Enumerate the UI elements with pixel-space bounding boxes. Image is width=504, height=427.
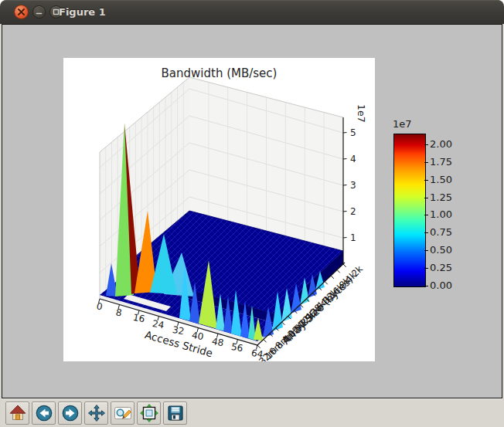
minimize-button[interactable]: [32, 5, 46, 19]
minimize-icon: [36, 8, 43, 15]
colorbar-tick-label: 1.00: [430, 208, 452, 221]
x-tick-label: 40: [191, 330, 204, 342]
colorbar-tick-label: 0.00: [430, 280, 452, 292]
zoom-button[interactable]: [111, 402, 135, 425]
close-button[interactable]: [14, 5, 29, 19]
z-tick-label: 4: [350, 154, 356, 164]
home-icon: [9, 404, 27, 422]
colorbar-tick-label: 1.50: [430, 174, 452, 186]
z-scale-label: 1e7: [356, 104, 367, 123]
close-icon: [18, 8, 25, 15]
x-tick-label: 56: [230, 341, 243, 354]
colorbar-tick-label: 0.25: [430, 262, 452, 274]
subplots-button[interactable]: [137, 402, 161, 425]
navigation-toolbar: [2, 398, 502, 427]
forward-button[interactable]: [58, 402, 82, 425]
colorbar-tick-label: 1.25: [430, 191, 452, 204]
x-tick-label: 0: [96, 301, 104, 313]
colorbar-tick-label: 2.00: [430, 138, 452, 151]
pan-button[interactable]: [84, 402, 108, 425]
back-button[interactable]: [32, 402, 56, 425]
x-tick-label: 16: [132, 312, 145, 324]
surface-plot-3d[interactable]: 0 8 16 24 32 40 48 56 64 32m 16m 8m 4m 2…: [63, 58, 375, 361]
window-body: Bandwidth (MB/sec): [0, 24, 504, 427]
z-tick-label: 1: [350, 232, 356, 243]
colorbar-scale-label: 1e7: [393, 118, 412, 130]
window-controls: [14, 0, 63, 24]
home-button[interactable]: [5, 402, 29, 425]
save-button[interactable]: [163, 402, 187, 425]
arrow-right-icon: [61, 404, 80, 422]
window-titlebar[interactable]: Figure 1: [0, 0, 504, 25]
figure-canvas: Bandwidth (MB/sec): [2, 24, 502, 398]
magnifier-pencil-icon: [114, 404, 132, 422]
colorbar: [393, 134, 426, 287]
window-title: Figure 1: [59, 0, 106, 24]
figure-window: Figure 1 Bandwidth (MB/sec): [0, 0, 504, 427]
move-arrows-icon: [87, 404, 106, 422]
floppy-disk-icon: [166, 404, 185, 422]
colorbar-tick-label: 0.75: [430, 226, 452, 239]
arrow-left-icon: [35, 404, 53, 422]
z-tick-label: 3: [350, 180, 356, 191]
x-tick-label: 8: [115, 307, 123, 319]
z-tick-label: 5: [350, 127, 356, 138]
z-tick-labels: 1 2 3 4 5: [350, 127, 356, 243]
colorbar-tick-label: 1.75: [430, 156, 452, 168]
colorbar-tick-label: 0.50: [430, 244, 452, 256]
x-tick-label: 32: [172, 324, 185, 337]
x-tick-label: 24: [152, 318, 165, 330]
fit-frame-icon: [140, 404, 158, 422]
z-tick-label: 2: [350, 206, 356, 217]
